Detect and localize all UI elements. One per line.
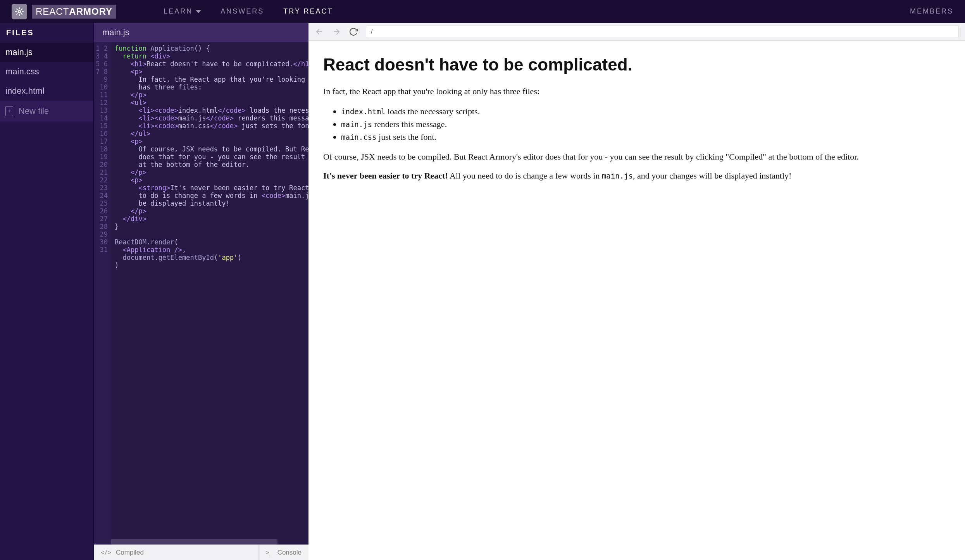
brand[interactable]: REACTARMORY (12, 4, 116, 19)
url-bar[interactable]: / (366, 26, 959, 38)
code-inline: index.html (341, 107, 385, 116)
code-inline: main.js (602, 172, 633, 180)
console-toggle[interactable]: >_ Console (259, 545, 308, 560)
new-file-button[interactable]: New file (0, 101, 93, 122)
preview-column: / React doesn't have to be complicated. … (308, 23, 965, 560)
new-file-label: New file (19, 106, 49, 116)
chevron-down-icon (196, 10, 201, 13)
forward-icon[interactable] (332, 27, 341, 36)
nav-learn-label: LEARN (164, 7, 193, 15)
svg-point-0 (18, 10, 21, 13)
code-icon: </> (101, 549, 111, 556)
editor-tab-mainjs[interactable]: main.js (94, 23, 308, 42)
compiled-label: Compiled (116, 549, 144, 557)
url-text: / (371, 28, 372, 35)
reload-icon[interactable] (349, 27, 358, 36)
editor-code[interactable]: function Application() { return <div> <h… (111, 42, 308, 545)
files-header: FILES (0, 23, 93, 43)
editor-column: main.js 1 2 3 4 5 6 7 8 9 10 11 12 13 14… (93, 23, 308, 560)
code-inline: main.css (341, 133, 377, 141)
nav-right: MEMBERS (910, 7, 953, 15)
nav-learn[interactable]: LEARN (164, 7, 201, 15)
nav-answers[interactable]: ANSWERS (221, 7, 264, 15)
file-item-main-js[interactable]: main.js (0, 43, 93, 62)
nav-members[interactable]: MEMBERS (910, 7, 953, 15)
files-sidebar: FILES main.jsmain.cssindex.html New file (0, 23, 93, 560)
brand-wordmark: REACTARMORY (32, 5, 116, 19)
terminal-icon: >_ (266, 549, 273, 556)
new-file-icon (5, 106, 13, 116)
back-icon[interactable] (315, 27, 324, 36)
preview-body: React doesn't have to be complicated. In… (308, 41, 965, 560)
file-item-main-css[interactable]: main.css (0, 62, 93, 81)
horizontal-scrollbar[interactable] (111, 539, 277, 545)
main-area: FILES main.jsmain.cssindex.html New file… (0, 23, 965, 560)
preview-file-list: index.html loads the necessary scripts. … (341, 105, 950, 143)
file-item-index-html[interactable]: index.html (0, 81, 93, 101)
editor-footer: </> Compiled >_ Console (94, 545, 308, 560)
preview-p1: In fact, the React app that you're looki… (323, 86, 950, 97)
code-editor[interactable]: 1 2 3 4 5 6 7 8 9 10 11 12 13 14 15 16 1… (94, 42, 308, 545)
app-header: REACTARMORY LEARN ANSWERS TRY REACT MEMB… (0, 0, 965, 23)
console-label: Console (277, 549, 302, 557)
list-item: main.css just sets the font. (341, 131, 950, 143)
preview-p3-strong: It's never been easier to try React! (323, 171, 448, 180)
compiled-toggle[interactable]: </> Compiled (94, 545, 259, 560)
list-item: main.js renders this message. (341, 118, 950, 131)
nav-try-react[interactable]: TRY REACT (283, 7, 333, 15)
preview-heading: React doesn't have to be complicated. (323, 55, 950, 75)
editor-gutter: 1 2 3 4 5 6 7 8 9 10 11 12 13 14 15 16 1… (94, 42, 111, 545)
list-item: index.html loads the necessary scripts. (341, 105, 950, 118)
preview-toolbar: / (308, 23, 965, 41)
preview-p3: It's never been easier to try React! All… (323, 170, 950, 182)
preview-p2: Of course, JSX needs to be compiled. But… (323, 151, 950, 163)
main-nav: LEARN ANSWERS TRY REACT (164, 7, 333, 15)
code-inline: main.js (341, 120, 372, 129)
brand-logo-icon (12, 4, 27, 19)
